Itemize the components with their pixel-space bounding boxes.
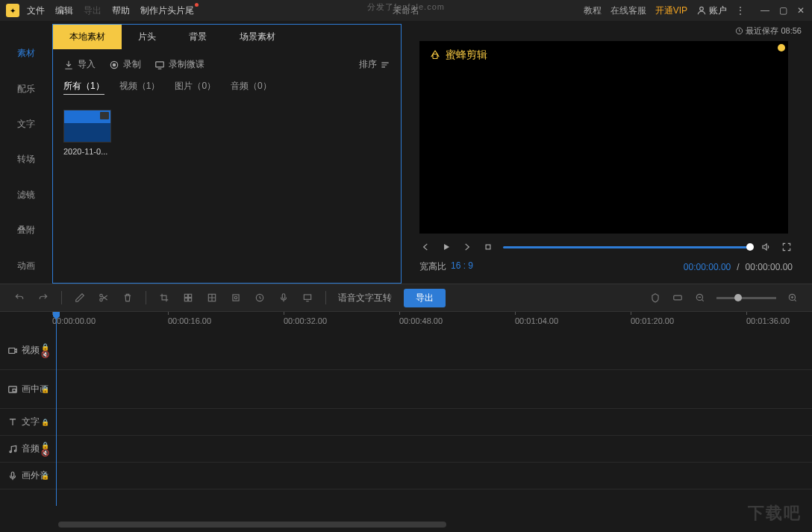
freeze-tool[interactable] bbox=[230, 292, 242, 304]
sidebar-text[interactable]: 文字 bbox=[0, 107, 52, 142]
preview-close-icon[interactable] bbox=[778, 44, 785, 51]
filter-video[interactable]: 视频（1） bbox=[119, 80, 160, 95]
more-icon[interactable]: ⋮ bbox=[736, 5, 745, 16]
tutorial-link[interactable]: 教程 bbox=[584, 4, 602, 17]
duration-tool[interactable] bbox=[254, 292, 266, 304]
fullscreen-button[interactable] bbox=[781, 241, 793, 253]
filter-all[interactable]: 所有（1） bbox=[63, 80, 104, 95]
marker-tool[interactable] bbox=[649, 292, 661, 304]
tick: 00:01:04.00 bbox=[515, 316, 558, 325]
sidebar-overlay[interactable]: 叠附 bbox=[0, 213, 52, 248]
screen-icon bbox=[154, 60, 165, 70]
stop-button[interactable] bbox=[482, 241, 494, 253]
zoom-tool[interactable] bbox=[206, 292, 218, 304]
sort-button[interactable]: 排序 bbox=[359, 58, 390, 71]
export-button[interactable]: 导出 bbox=[404, 289, 446, 307]
pip-track[interactable]: 画中画 🔒 bbox=[0, 370, 812, 409]
screen-tool[interactable] bbox=[302, 292, 313, 304]
lock-icon[interactable]: 🔒 bbox=[41, 472, 49, 480]
text-track[interactable]: 文字 🔒 bbox=[0, 409, 812, 436]
tab-background[interactable]: 背景 bbox=[172, 25, 223, 49]
svg-point-6 bbox=[100, 294, 103, 297]
service-link[interactable]: 在线客服 bbox=[610, 4, 646, 17]
menu-titles[interactable]: 制作片头片尾 bbox=[140, 4, 194, 17]
prev-frame-button[interactable] bbox=[419, 241, 431, 253]
tab-local[interactable]: 本地素材 bbox=[53, 25, 122, 49]
tick: 00:00:00.00 bbox=[52, 316, 96, 325]
svg-rect-16 bbox=[282, 294, 285, 298]
timeline[interactable]: 00:00:00.00 00:00:16.00 00:00:32.00 00:0… bbox=[0, 312, 812, 532]
app-logo: ✦ bbox=[6, 4, 19, 17]
account-menu[interactable]: 账户 bbox=[696, 4, 727, 17]
cut-tool[interactable] bbox=[98, 292, 110, 304]
tab-intro[interactable]: 片头 bbox=[122, 25, 172, 49]
horizontal-scrollbar[interactable] bbox=[58, 522, 446, 528]
minimize-button[interactable]: — bbox=[760, 5, 770, 16]
delete-tool[interactable] bbox=[122, 292, 134, 304]
volume-button[interactable] bbox=[760, 241, 772, 253]
next-frame-button[interactable] bbox=[461, 241, 473, 253]
sidebar-material[interactable]: 素材 bbox=[0, 36, 52, 71]
filter-audio[interactable]: 音频（0） bbox=[231, 80, 272, 95]
sidebar-music[interactable]: 配乐 bbox=[0, 71, 52, 106]
lock-icon[interactable]: 🔒🔇 bbox=[41, 343, 49, 358]
mosaic-tool[interactable] bbox=[182, 292, 194, 304]
import-icon bbox=[63, 60, 74, 70]
svg-point-24 bbox=[10, 451, 11, 452]
voice-tool[interactable] bbox=[278, 292, 290, 304]
time-ruler[interactable]: 00:00:00.00 00:00:16.00 00:00:32.00 00:0… bbox=[52, 312, 812, 331]
menu-help[interactable]: 帮助 bbox=[112, 4, 130, 17]
pip-icon bbox=[7, 384, 18, 395]
record-lesson-button[interactable]: 录制微课 bbox=[154, 58, 204, 71]
edit-tool[interactable] bbox=[74, 292, 86, 304]
save-info: 最近保存 08:56 bbox=[415, 24, 806, 38]
tab-scene[interactable]: 场景素材 bbox=[223, 25, 292, 49]
play-button[interactable] bbox=[440, 241, 452, 253]
sidebar-animation[interactable]: 动画 bbox=[0, 248, 52, 284]
tick: 00:00:48.00 bbox=[399, 316, 443, 325]
filter-image[interactable]: 图片（0） bbox=[175, 80, 216, 95]
tick: 00:00:16.00 bbox=[168, 316, 211, 325]
vip-link[interactable]: 开通VIP bbox=[655, 4, 687, 17]
svg-point-7 bbox=[100, 298, 103, 301]
voice-text-button[interactable]: 语音文字互转 bbox=[338, 292, 392, 304]
svg-rect-13 bbox=[233, 295, 239, 301]
svg-rect-8 bbox=[184, 294, 187, 297]
zoom-in-button[interactable] bbox=[787, 292, 799, 304]
crop-tool[interactable] bbox=[158, 292, 170, 304]
svg-rect-10 bbox=[184, 298, 187, 301]
voiceover-track[interactable]: 画外音 🔒 bbox=[0, 463, 812, 489]
zoom-out-button[interactable] bbox=[694, 292, 706, 304]
menu-file[interactable]: 文件 bbox=[27, 4, 45, 17]
import-button[interactable]: 导入 bbox=[63, 58, 96, 71]
svg-point-14 bbox=[234, 296, 237, 299]
progress-bar[interactable] bbox=[503, 246, 751, 248]
video-track[interactable]: 视频 🔒🔇 bbox=[0, 331, 812, 370]
audio-track[interactable]: 音频 🔒🔇 bbox=[0, 436, 812, 463]
video-icon bbox=[7, 345, 18, 356]
svg-rect-17 bbox=[304, 295, 310, 299]
lock-icon[interactable]: 🔒 bbox=[41, 386, 49, 393]
lock-icon[interactable]: 🔒 bbox=[41, 419, 49, 426]
svg-rect-23 bbox=[13, 389, 16, 392]
redo-button[interactable] bbox=[37, 292, 49, 304]
svg-rect-9 bbox=[189, 294, 192, 297]
undo-button[interactable] bbox=[13, 292, 25, 304]
maximize-button[interactable]: ▢ bbox=[778, 5, 788, 16]
aspect-value[interactable]: 16 : 9 bbox=[451, 260, 473, 273]
svg-rect-5 bbox=[486, 245, 490, 249]
record-button[interactable]: 录制 bbox=[109, 58, 141, 71]
preview-area[interactable]: 蜜蜂剪辑 bbox=[419, 41, 788, 234]
media-thumbnail[interactable]: 2020-11-0... bbox=[63, 110, 111, 156]
playhead[interactable] bbox=[56, 312, 57, 506]
thumbnail-image bbox=[63, 110, 111, 143]
menu-edit[interactable]: 编辑 bbox=[55, 4, 73, 17]
sidebar-transition[interactable]: 转场 bbox=[0, 142, 52, 177]
close-button[interactable]: ✕ bbox=[796, 5, 806, 16]
material-panel: 本地素材 片头 背景 场景素材 导入 录制 录制微课 排序 所有 bbox=[52, 24, 402, 284]
zoom-slider[interactable] bbox=[716, 297, 776, 299]
tick: 00:01:20.00 bbox=[631, 316, 674, 325]
sidebar-filter[interactable]: 滤镜 bbox=[0, 178, 52, 213]
fit-tool[interactable] bbox=[672, 292, 684, 304]
lock-icon[interactable]: 🔒🔇 bbox=[41, 442, 49, 457]
